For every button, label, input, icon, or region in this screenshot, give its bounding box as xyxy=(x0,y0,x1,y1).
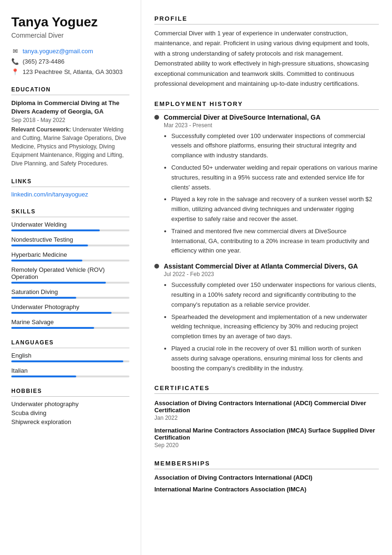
membership-item: Association of Diving Contractors Intern… xyxy=(154,474,379,481)
skill-item: Hyperbaric Medicine xyxy=(11,251,129,261)
skill-bar-fill xyxy=(11,260,82,261)
sidebar: Tanya Yoguez Commercial Diver ✉ tanya.yo… xyxy=(0,0,141,555)
hobby-item: Scuba diving xyxy=(11,409,129,416)
skill-name: Nondestructive Testing xyxy=(11,236,129,243)
skill-item: Marine Salvage xyxy=(11,318,129,329)
memberships-list: Association of Diving Contractors Intern… xyxy=(154,474,379,493)
address-text: 123 Peachtree St, Atlanta, GA 30303 xyxy=(23,68,123,75)
skill-name: Marine Salvage xyxy=(11,318,129,326)
links-section: linkedin.com/in/tanyayoguez xyxy=(11,191,129,198)
phone-icon: 📞 xyxy=(11,58,19,65)
lang-bar-fill xyxy=(11,360,123,362)
skill-bar-fill xyxy=(11,229,100,231)
cert-name: International Marine Contractors Associa… xyxy=(154,427,379,441)
language-item: English xyxy=(11,352,129,362)
skill-bar-bg xyxy=(11,327,129,329)
skill-item: Underwater Welding xyxy=(11,221,129,231)
skill-bar-fill xyxy=(11,327,94,329)
job-bullet: Trained and mentored five new commercial… xyxy=(171,227,379,256)
edu-coursework: Relevant Coursework: Underwater Welding … xyxy=(11,125,129,168)
languages-list: English Italian xyxy=(11,352,129,377)
employment-heading: Employment History xyxy=(154,100,379,110)
skill-name: Remotely Operated Vehicle (ROV) Operatio… xyxy=(11,266,129,280)
job-dates: Jul 2022 - Feb 2023 xyxy=(154,271,379,278)
job-title: Commercial Diver at DiveSource Internati… xyxy=(154,114,379,121)
skill-bar-bg xyxy=(11,282,129,284)
education-heading: Education xyxy=(11,86,129,95)
cert-date: Jan 2022 xyxy=(154,415,379,421)
skill-bar-fill xyxy=(11,245,88,246)
skill-name: Underwater Photography xyxy=(11,303,129,310)
skill-bar-bg xyxy=(11,312,129,314)
job-bullet: Played a key role in the salvage and rec… xyxy=(171,195,379,224)
job-dot xyxy=(154,264,159,269)
job-block: Assistant Commercial Diver at Atlanta Co… xyxy=(154,262,379,373)
resume-container: Tanya Yoguez Commercial Diver ✉ tanya.yo… xyxy=(0,0,392,555)
skill-bar-fill xyxy=(11,282,106,284)
links-heading: Links xyxy=(11,178,129,187)
contact-email: ✉ tanya.yoguez@gmail.com xyxy=(11,48,129,55)
coursework-label: Relevant Coursework: xyxy=(11,126,71,133)
job-dates: Mar 2023 - Present xyxy=(154,122,379,129)
job-title: Assistant Commercial Diver at Atlanta Co… xyxy=(154,262,379,270)
memberships-heading: Memberships xyxy=(154,460,379,469)
job-bullet: Successfully completed over 100 underwat… xyxy=(171,131,379,161)
hobbies-heading: Hobbies xyxy=(11,388,129,397)
job-title-text: Commercial Diver at DiveSource Internati… xyxy=(164,114,320,121)
email-link[interactable]: tanya.yoguez@gmail.com xyxy=(23,48,93,55)
skill-bar-bg xyxy=(11,297,129,299)
skill-name: Underwater Welding xyxy=(11,221,129,228)
job-bullets: Successfully completed over 100 underwat… xyxy=(154,131,379,256)
main-content: Profile Commercial Diver with 1 year of … xyxy=(141,0,392,555)
job-bullet: Spearheaded the development and implemen… xyxy=(171,312,379,342)
sidebar-name: Tanya Yoguez xyxy=(11,15,129,30)
job-bullet: Played a crucial role in the recovery of… xyxy=(171,344,379,373)
skill-item: Underwater Photography xyxy=(11,303,129,314)
email-icon: ✉ xyxy=(11,48,19,55)
language-item: Italian xyxy=(11,367,129,377)
sidebar-title: Commercial Diver xyxy=(11,32,129,39)
cert-item: International Marine Contractors Associa… xyxy=(154,427,379,449)
skill-bar-bg xyxy=(11,245,129,246)
skill-bar-bg xyxy=(11,260,129,261)
skill-item: Remotely Operated Vehicle (ROV) Operatio… xyxy=(11,266,129,284)
lang-bar-fill xyxy=(11,375,76,377)
hobbies-list: Underwater photographyScuba divingShipwr… xyxy=(11,400,129,425)
skill-bar-fill xyxy=(11,312,112,314)
employment-list: Commercial Diver at DiveSource Internati… xyxy=(154,114,379,374)
cert-item: Association of Diving Contractors Intern… xyxy=(154,400,379,421)
profile-text: Commercial Diver with 1 year of experien… xyxy=(154,28,379,89)
cert-name: Association of Diving Contractors Intern… xyxy=(154,400,379,414)
contact-address: 📍 123 Peachtree St, Atlanta, GA 30303 xyxy=(11,68,129,76)
job-bullets: Successfully completed over 150 underwat… xyxy=(154,280,379,373)
cert-date: Sep 2020 xyxy=(154,442,379,449)
lang-bar-bg xyxy=(11,375,129,377)
membership-item: International Marine Contractors Associa… xyxy=(154,486,379,493)
profile-heading: Profile xyxy=(154,15,379,24)
hobby-item: Shipwreck exploration xyxy=(11,418,129,425)
phone-text: (365) 273-4486 xyxy=(23,58,64,65)
edu-dates: Sep 2018 - May 2022 xyxy=(11,117,129,123)
edu-degree: Diploma in Commercial Diving at The Dive… xyxy=(11,99,129,116)
skill-item: Nondestructive Testing xyxy=(11,236,129,246)
job-title-text: Assistant Commercial Diver at Atlanta Co… xyxy=(164,262,358,270)
skill-bar-fill xyxy=(11,297,76,299)
certificates-list: Association of Diving Contractors Intern… xyxy=(154,400,379,449)
certificates-heading: Certificates xyxy=(154,384,379,394)
skill-name: Saturation Diving xyxy=(11,288,129,295)
skill-bar-bg xyxy=(11,229,129,231)
skills-list: Underwater Welding Nondestructive Testin… xyxy=(11,221,129,329)
location-icon: 📍 xyxy=(11,68,19,76)
lang-bar-bg xyxy=(11,360,129,362)
linkedin-link[interactable]: linkedin.com/in/tanyayoguez xyxy=(11,191,88,198)
hobby-item: Underwater photography xyxy=(11,400,129,408)
lang-name: English xyxy=(11,352,129,359)
skill-item: Saturation Diving xyxy=(11,288,129,299)
skills-heading: Skills xyxy=(11,208,129,217)
lang-name: Italian xyxy=(11,367,129,374)
job-block: Commercial Diver at DiveSource Internati… xyxy=(154,114,379,256)
skill-name: Hyperbaric Medicine xyxy=(11,251,129,258)
job-bullet: Conducted 50+ underwater welding and rep… xyxy=(171,163,379,192)
job-dot xyxy=(154,115,159,120)
languages-heading: Languages xyxy=(11,339,129,348)
